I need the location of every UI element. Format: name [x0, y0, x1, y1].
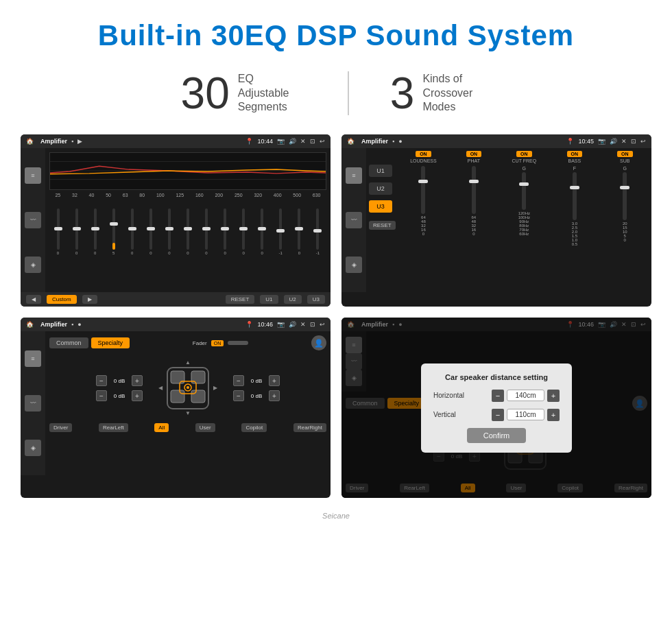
- cx-bass-toggle[interactable]: ON: [567, 151, 583, 157]
- eq-sidebar-volume[interactable]: ◈: [25, 257, 41, 273]
- cx-sub-slider[interactable]: [623, 172, 627, 220]
- sp-x-icon: ✕: [300, 321, 306, 328]
- sp-right-bot-minus[interactable]: −: [233, 390, 244, 401]
- dialog-title: Car speaker distance setting: [433, 373, 560, 381]
- eq-slider-1[interactable]: 0: [68, 208, 85, 255]
- dialog-horizontal-minus[interactable]: −: [492, 390, 504, 402]
- eq-slider-14[interactable]: -1: [309, 208, 326, 255]
- dialog-vertical-value[interactable]: 110cm: [507, 409, 544, 420]
- dialog-vertical-minus[interactable]: −: [492, 409, 504, 421]
- cx-sidebar-eq[interactable]: ≡: [346, 167, 362, 184]
- cx-phat-label: PHAT: [468, 158, 480, 163]
- cx-cutfreq-vals: 120Hz100Hz90Hz80Hz70Hz60Hz: [518, 211, 530, 236]
- dialog-vertical-plus[interactable]: +: [547, 409, 560, 421]
- freq-125: 125: [176, 193, 184, 198]
- cx-bass-slider[interactable]: [573, 172, 577, 220]
- cx-bass-col: ON BASS F 3.02.52.01.51.00.5: [551, 151, 598, 289]
- sp-driver-btn[interactable]: Driver: [49, 423, 72, 432]
- eq-slider-4[interactable]: 0: [123, 208, 141, 255]
- sp-specialty-tab[interactable]: Specialty: [91, 337, 130, 348]
- eq-sidebar-equalizer[interactable]: ≡: [25, 167, 41, 184]
- sp-common-tab[interactable]: Common: [49, 337, 88, 348]
- eq-slider-13[interactable]: 0: [291, 208, 308, 255]
- sp-left-top-minus[interactable]: −: [96, 375, 107, 386]
- eq-slider-11[interactable]: 0: [254, 208, 271, 255]
- sp-sidebar: ≡ 〰 ◈: [21, 331, 45, 475]
- stats-row: 30 EQ AdjustableSegments 3 Kinds ofCross…: [0, 64, 672, 134]
- cx-channels: ON LOUDNESS 644832160 ON PHAT 644832160 …: [400, 151, 649, 289]
- cx-phat-toggle[interactable]: ON: [466, 151, 482, 157]
- cx-loudness-toggle[interactable]: ON: [416, 151, 431, 157]
- eq-sidebar-wave[interactable]: 〰: [25, 212, 41, 228]
- eq-slider-6[interactable]: 0: [160, 208, 178, 255]
- eq-u1-btn[interactable]: U1: [260, 295, 278, 304]
- cx-u2-btn[interactable]: U2: [369, 182, 392, 195]
- eq-u2-btn[interactable]: U2: [284, 295, 302, 304]
- eq-slider-8[interactable]: 0: [198, 208, 215, 255]
- eq-custom-btn[interactable]: Custom: [47, 295, 77, 304]
- cx-sub-toggle[interactable]: ON: [617, 151, 633, 157]
- eq-reset-btn[interactable]: RESET: [226, 295, 255, 304]
- cx-rec-icon: ▪: [392, 138, 394, 145]
- sp-right-top-plus[interactable]: +: [269, 375, 280, 386]
- cx-cutfreq-col: ON CUT FREQ G 120Hz100Hz90Hz80Hz70Hz60Hz: [501, 151, 548, 289]
- svg-rect-7: [171, 390, 184, 403]
- sp-right-db: − 0 dB + − 0 dB +: [233, 375, 280, 401]
- eq-slider-10[interactable]: 0: [235, 208, 252, 255]
- sp-left-bot-plus[interactable]: +: [132, 390, 143, 401]
- cx-sidebar-wave[interactable]: 〰: [346, 212, 362, 228]
- sp-rearright-btn[interactable]: RearRight: [293, 423, 326, 432]
- eq-camera-icon: 📷: [277, 138, 285, 145]
- cx-phat-slider[interactable]: [472, 166, 476, 214]
- eq-prev-btn[interactable]: ◀: [26, 295, 41, 304]
- eq-slider-0[interactable]: 0: [49, 208, 67, 255]
- sp-rearleft-btn[interactable]: RearLeft: [99, 423, 128, 432]
- eq-status-bar: 🏠 Amplifier ▪ ▶ 📍 10:44 📷 🔊 ✕ ⊡ ↩: [21, 134, 331, 148]
- cx-u3-btn[interactable]: U3: [369, 200, 392, 213]
- eq-slider-5[interactable]: 0: [142, 208, 159, 255]
- sp-user-btn[interactable]: User: [195, 423, 215, 432]
- sp-sidebar-vol[interactable]: ◈: [25, 440, 41, 456]
- sp-fader-slider[interactable]: [228, 341, 248, 345]
- home-icon[interactable]: 🏠: [26, 138, 34, 145]
- sp-fader-on[interactable]: ON: [211, 340, 224, 346]
- sp-user-icon[interactable]: 👤: [311, 335, 326, 350]
- sp-right-top-minus[interactable]: −: [233, 375, 244, 386]
- eq-slider-2[interactable]: 0: [86, 208, 104, 255]
- cx-loudness-label: LOUDNESS: [410, 158, 437, 163]
- sp-right-bot-db: − 0 dB +: [233, 390, 280, 401]
- sp-sidebar-wave[interactable]: 〰: [25, 395, 41, 412]
- sp-left-bot-minus[interactable]: −: [96, 390, 107, 401]
- dialog-horizontal-value[interactable]: 140cm: [507, 390, 544, 401]
- sp-home-icon[interactable]: 🏠: [26, 321, 34, 328]
- sp-fader-row: Fader ON: [193, 340, 248, 346]
- cx-cutfreq-toggle[interactable]: ON: [516, 151, 532, 157]
- stat-eq-desc: EQ AdjustableSegments: [238, 72, 307, 115]
- cx-home-icon[interactable]: 🏠: [347, 138, 355, 145]
- dialog-confirm-button[interactable]: Confirm: [467, 428, 527, 443]
- eq-u3-btn[interactable]: U3: [307, 295, 325, 304]
- sp-copilot-btn[interactable]: Copilot: [241, 423, 267, 432]
- sp-left-top-plus[interactable]: +: [132, 375, 143, 386]
- eq-slider-12[interactable]: -1: [272, 208, 289, 255]
- cx-cutfreq-slider[interactable]: [522, 172, 526, 210]
- freq-labels: 25 32 40 50 63 80 100 125 160 200 250 32…: [49, 193, 326, 198]
- cx-u1-btn[interactable]: U1: [369, 165, 392, 177]
- eq-slider-3[interactable]: 5: [105, 208, 122, 255]
- eq-slider-7[interactable]: 0: [179, 208, 196, 255]
- eq-back-icon: ↩: [320, 138, 325, 145]
- eq-slider-9[interactable]: 0: [217, 208, 234, 255]
- cx-reset-btn[interactable]: RESET: [369, 221, 396, 230]
- svg-text:▲: ▲: [185, 359, 191, 366]
- cx-sidebar-vol[interactable]: ◈: [346, 257, 362, 273]
- sp-car-diagram: ▲ ▼ ◀ ▶: [154, 357, 222, 419]
- sp-all-btn[interactable]: All: [154, 423, 169, 432]
- sp-right-bot-plus[interactable]: +: [269, 390, 280, 401]
- eq-bottom-bar: ◀ Custom ▶ RESET U1 U2 U3: [21, 292, 331, 307]
- dialog-vertical-label: Vertical: [433, 411, 456, 418]
- cx-loudness-slider[interactable]: [421, 166, 425, 214]
- eq-screen: 🏠 Amplifier ▪ ▶ 📍 10:44 📷 🔊 ✕ ⊡ ↩ ≡ 〰 ◈: [21, 134, 331, 307]
- sp-sidebar-eq[interactable]: ≡: [25, 350, 41, 367]
- eq-next-btn[interactable]: ▶: [82, 295, 97, 304]
- dialog-horizontal-plus[interactable]: +: [547, 390, 560, 402]
